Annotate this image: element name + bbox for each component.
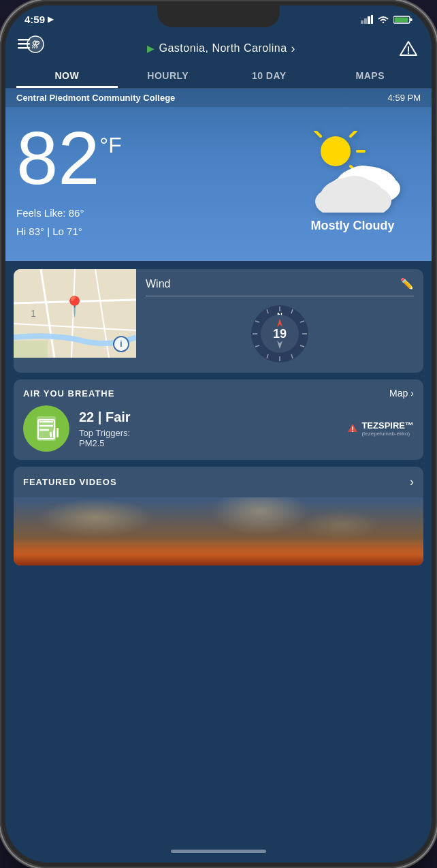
air-quality-icon: [23, 405, 69, 452]
station-name: Central Piedmont Community College: [16, 93, 175, 103]
location-chevron-icon: ›: [291, 42, 296, 56]
battery-icon: [393, 15, 412, 25]
air-header: AIR YOU BREATHE Map ›: [23, 388, 414, 399]
svg-text:⛈: ⛈: [31, 40, 39, 50]
svg-rect-36: [14, 341, 48, 358]
weather-left: 82 °F Feels Like: 86° Hi 83° | Lo 71°: [16, 121, 285, 241]
air-data: 22 | Fair Top Triggers: PM2.5: [79, 409, 337, 448]
station-time: 4:59 PM: [388, 93, 421, 103]
alert-triangle-icon: [399, 39, 418, 58]
videos-title: FEATURED VIDEOS: [23, 477, 117, 487]
location-status-icon: ▶: [48, 15, 53, 24]
tezspire-logo-icon: [346, 422, 359, 435]
svg-rect-1: [364, 18, 367, 24]
alert-button[interactable]: [396, 36, 421, 61]
weather-icon: [298, 127, 407, 216]
air-value: 22 | Fair: [79, 409, 337, 425]
sponsor-subtext: (tezepelumab-ekko): [361, 431, 414, 437]
svg-point-66: [352, 431, 353, 432]
map-info-button[interactable]: i: [113, 336, 129, 352]
weather-right: Mostly Cloudy: [285, 121, 421, 233]
svg-line-19: [315, 131, 321, 136]
location-arrow-icon: ▶: [147, 43, 155, 54]
svg-rect-6: [395, 17, 408, 22]
sponsor-name: TEZSPIRE™: [361, 420, 414, 431]
wind-card: 1 📍 i Wind ✏️: [14, 269, 423, 373]
tab-maps[interactable]: MAPS: [320, 63, 421, 88]
air-map-chevron-icon: ›: [410, 388, 414, 399]
status-time-group: 4:59 ▶: [25, 14, 53, 25]
notch: [157, 5, 280, 27]
svg-rect-63: [56, 428, 59, 437]
videos-header: FEATURED VIDEOS ›: [14, 467, 423, 497]
status-time: 4:59: [25, 14, 45, 25]
mostly-cloudy-icon: [302, 131, 404, 213]
temperature-display: 82 °F: [16, 121, 285, 196]
air-map-link[interactable]: Map ›: [389, 388, 414, 399]
svg-text:19: 19: [273, 327, 287, 341]
air-triggers-label: Top Triggers:: [79, 428, 337, 438]
svg-line-16: [351, 131, 356, 136]
cards-section: 1 📍 i Wind ✏️: [5, 261, 432, 574]
edit-icon[interactable]: ✏️: [400, 277, 414, 290]
svg-rect-5: [410, 18, 412, 21]
svg-rect-3: [371, 15, 373, 24]
wind-divider: [146, 296, 414, 296]
temperature-value: 82: [16, 121, 99, 196]
tab-10day[interactable]: 10 DAY: [218, 63, 320, 88]
videos-chevron-icon: ›: [410, 475, 414, 489]
svg-rect-61: [50, 432, 52, 437]
phone-screen: 4:59 ▶: [5, 5, 432, 863]
app-logo[interactable]: ⛈: [16, 33, 46, 63]
wind-label: Wind: [146, 278, 170, 290]
svg-point-20: [321, 136, 351, 166]
status-icons: [361, 15, 412, 25]
station-bar: Central Piedmont Community College 4:59 …: [5, 89, 432, 107]
nav-tabs: NOW HOURLY 10 DAY MAPS: [5, 63, 432, 89]
weather-content: 82 °F Feels Like: 86° Hi 83° | Lo 71°: [5, 107, 432, 261]
svg-rect-62: [53, 430, 55, 437]
app-header: ⛈ ▶ Gastonia, North Carolina ›: [5, 28, 432, 63]
air-content: 22 | Fair Top Triggers: PM2.5: [23, 405, 414, 452]
svg-rect-2: [368, 16, 370, 24]
air-icon-svg: [33, 415, 60, 442]
condition-label: Mostly Cloudy: [310, 219, 394, 233]
map-pin-icon: 📍: [63, 295, 86, 317]
svg-point-29: [326, 181, 359, 208]
tezspire-sponsor: TEZSPIRE™ (tezepelumab-ekko): [346, 420, 414, 437]
hi-lo: Hi 83° | Lo 71°: [16, 222, 285, 241]
svg-rect-0: [361, 20, 363, 24]
compass-widget: N 19: [249, 303, 310, 365]
wind-header: Wind ✏️: [146, 277, 414, 290]
videos-thumbnail[interactable]: [14, 497, 423, 565]
weather-main: Central Piedmont Community College 4:59 …: [5, 89, 432, 261]
video-sunset: [14, 538, 423, 565]
air-quality-card: AIR YOU BREATHE Map ›: [14, 379, 423, 460]
signal-icon: [361, 15, 373, 24]
location-text: Gastonia, North Carolina: [159, 42, 287, 55]
wind-info: Wind ✏️: [136, 269, 423, 373]
feels-like: Feels Like: 86°: [16, 204, 285, 222]
featured-videos-card[interactable]: FEATURED VIDEOS ›: [14, 467, 423, 565]
air-triggers-value: PM2.5: [79, 438, 337, 448]
wind-map-thumbnail[interactable]: 1 📍 i: [14, 269, 136, 358]
wifi-icon: [377, 15, 389, 25]
header-location[interactable]: ▶ Gastonia, North Carolina ›: [147, 42, 295, 56]
weather-details: Feels Like: 86° Hi 83° | Lo 71°: [16, 204, 285, 241]
air-title: AIR YOU BREATHE: [23, 388, 114, 399]
temperature-unit: °F: [99, 133, 121, 158]
compass-svg: N 19: [249, 303, 310, 365]
phone-frame: 4:59 ▶: [0, 0, 437, 868]
tab-now[interactable]: NOW: [16, 63, 118, 88]
svg-point-14: [408, 52, 409, 54]
tab-hourly[interactable]: HOURLY: [118, 63, 219, 88]
svg-text:1: 1: [31, 308, 36, 319]
home-indicator: [171, 850, 266, 853]
